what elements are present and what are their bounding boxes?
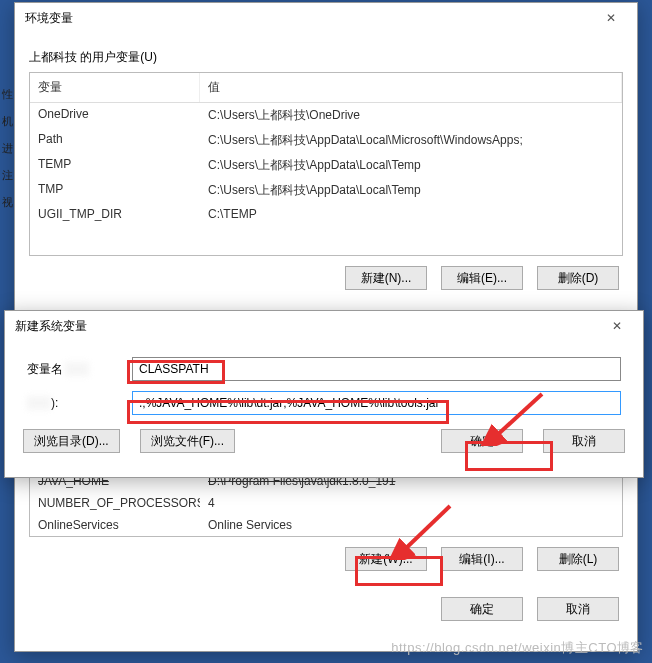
system-vars-grid[interactable]: JAVA_HOMED:\Program Files\java\jdk1.8.0_… (29, 470, 623, 537)
var-name-label: 变量名xxxx (27, 361, 122, 378)
system-new-button[interactable]: 新建(W)... (345, 547, 427, 571)
table-row[interactable]: NUMBER_OF_PROCESSORS4 (30, 492, 622, 514)
table-row[interactable]: OnlineServicesOnline Services (30, 514, 622, 536)
table-row[interactable]: OneDriveC:\Users\上都科技\OneDrive (30, 103, 622, 128)
var-name-input[interactable] (132, 357, 621, 381)
close-icon[interactable]: ✕ (591, 6, 631, 30)
browse-dir-button[interactable]: 浏览目录(D)... (23, 429, 120, 453)
system-delete-button[interactable]: 删除(L) (537, 547, 619, 571)
newvar-cancel-button[interactable]: 取消 (543, 429, 625, 453)
var-value-label: xxxx): (27, 396, 122, 410)
system-edit-button[interactable]: 编辑(I)... (441, 547, 523, 571)
new-sysvar-dialog: 新建系统变量 ✕ 变量名xxxx xxxx): 浏览目录(D)... 浏览文件(… (4, 310, 644, 478)
bg-frag: 性 (2, 87, 14, 102)
browse-file-button[interactable]: 浏览文件(F)... (140, 429, 235, 453)
bg-frag: 机 (2, 114, 14, 129)
close-icon[interactable]: ✕ (597, 314, 637, 338)
user-vars-label: 上都科技 的用户变量(U) (29, 49, 623, 66)
env-cancel-button[interactable]: 取消 (537, 597, 619, 621)
col-header-var[interactable]: 变量 (30, 73, 200, 102)
env-ok-button[interactable]: 确定 (441, 597, 523, 621)
col-header-val[interactable]: 值 (200, 73, 622, 102)
var-value-input[interactable] (132, 391, 621, 415)
user-new-button[interactable]: 新建(N)... (345, 266, 427, 290)
table-row[interactable]: UGII_TMP_DIRC:\TEMP (30, 203, 622, 225)
table-row[interactable]: PathC:\Users\上都科技\AppData\Local\Microsof… (30, 128, 622, 153)
user-delete-button[interactable]: 删除(D) (537, 266, 619, 290)
newvar-titlebar[interactable]: 新建系统变量 ✕ (5, 311, 643, 341)
table-row[interactable]: TEMPC:\Users\上都科技\AppData\Local\Temp (30, 153, 622, 178)
newvar-title: 新建系统变量 (15, 318, 87, 335)
newvar-ok-button[interactable]: 确定 (441, 429, 523, 453)
watermark: https://blog.csdn.net/weixin博主CTO博客 (391, 639, 644, 657)
env-titlebar[interactable]: 环境变量 ✕ (15, 3, 637, 33)
table-row[interactable]: TMPC:\Users\上都科技\AppData\Local\Temp (30, 178, 622, 203)
bg-frag: 注 (2, 168, 14, 183)
bg-frag: 视 (2, 195, 14, 210)
bg-frag: 进 (2, 141, 14, 156)
user-edit-button[interactable]: 编辑(E)... (441, 266, 523, 290)
env-title: 环境变量 (25, 10, 73, 27)
user-vars-grid[interactable]: 变量 值 OneDriveC:\Users\上都科技\OneDrive Path… (29, 72, 623, 256)
